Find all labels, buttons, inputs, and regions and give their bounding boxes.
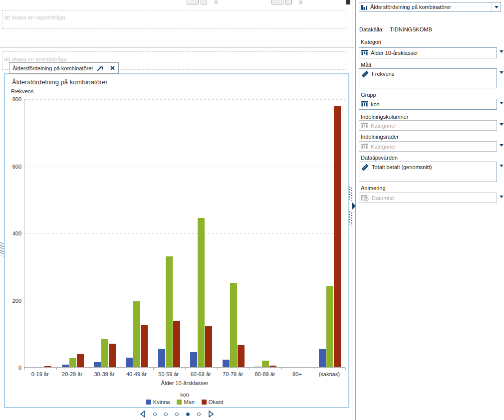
x-tick-label: 50-59 år [153, 371, 185, 377]
field-m-tt-dropbox[interactable]: Frekvens [359, 68, 497, 88]
toolbar-fragment-button[interactable] [285, 0, 292, 4]
prev-page-arrow[interactable] [140, 411, 146, 418]
page-dot-3[interactable] [175, 413, 179, 416]
filter-icon[interactable] [96, 65, 104, 72]
chart-panel: Åldersfördelning på kombinatörer Frekven… [4, 73, 349, 408]
field-indelningsrader-dropbox[interactable]: Kategorier [359, 141, 497, 152]
toolbar-fragment-button[interactable] [187, 0, 199, 4]
field-indelningsrader-chevron-down-icon[interactable] [500, 144, 504, 147]
x-tick [281, 368, 282, 370]
field-datatipsv-rden-chevron-down-icon[interactable] [500, 165, 504, 167]
toolbar-fragment-button[interactable] [346, 0, 350, 4]
field-animering-chevron-down-icon[interactable] [500, 196, 504, 198]
field-indelningsrader-value: Kategorier [371, 143, 396, 150]
chevron-down-icon[interactable] [495, 6, 499, 8]
bar-man[interactable] [326, 286, 333, 367]
toolbar-fragment-button[interactable] [201, 0, 207, 4]
bar-kvinna[interactable] [190, 352, 197, 367]
tab-aldersfordelning[interactable]: Åldersfördelning på kombinatörer [9, 62, 119, 74]
x-tick-label: 30-39 år [88, 371, 120, 377]
legend-label: Man [184, 399, 194, 405]
bar-okant[interactable] [334, 106, 341, 367]
plot-area [24, 99, 345, 368]
x-tick-label: 20-29 år [56, 371, 88, 377]
field-indelningskolumner-value: Kategorier [371, 122, 396, 129]
toolbar-fragment-button[interactable] [271, 0, 283, 4]
category-icon [361, 101, 368, 107]
bar-man[interactable] [166, 256, 173, 367]
next-page-arrow[interactable] [208, 411, 214, 418]
bar-man[interactable] [198, 218, 205, 367]
toolbar-fragment [299, 0, 302, 4]
field-m-tt-chevron-down-icon[interactable] [500, 71, 504, 74]
field-animering-value: Datumtid [372, 195, 394, 201]
bar-man[interactable] [133, 301, 140, 367]
legend-item-man[interactable]: Man [177, 399, 194, 405]
bar-okant[interactable] [109, 344, 116, 367]
bar-kvinna[interactable] [319, 349, 326, 367]
field-grupp-dropbox[interactable]: kon [359, 99, 497, 110]
bar-man[interactable] [101, 339, 108, 367]
x-tick [217, 368, 218, 370]
legend-title: kon [24, 392, 345, 398]
page-dot-2[interactable] [164, 413, 168, 416]
bar-okant[interactable] [44, 366, 51, 367]
page-dot-5[interactable] [197, 413, 201, 416]
y-axis-title: Frekvens [11, 88, 33, 94]
field-datatipsv-rden-dropbox[interactable]: Totalt betalt (genomsnitt) [359, 162, 497, 182]
field-indelningskolumner-dropbox[interactable]: Kategorier [359, 120, 497, 131]
datasource-label: Datakälla: [359, 26, 384, 32]
page-dot-4[interactable] [186, 413, 190, 416]
bar-kvinna[interactable] [158, 349, 165, 367]
bar-okant[interactable] [205, 326, 212, 367]
field-animering-label: Animering [361, 185, 386, 191]
legend-item-okant[interactable]: Okant [202, 399, 223, 405]
category-icon [361, 143, 368, 149]
visualization-selector-label: Åldersfördelning på kombinatörer [370, 4, 489, 10]
bar-okant[interactable] [77, 354, 84, 367]
bar-okant[interactable] [141, 325, 148, 367]
app-window: att skapa en rapportfråga att skapa en a… [0, 0, 504, 420]
bar-kvinna[interactable] [254, 367, 261, 367]
x-tick-label: 80-89 år [249, 371, 281, 377]
measure-icon [361, 70, 369, 78]
x-tick-label: 60-69 år [185, 371, 217, 377]
visualization-selector[interactable]: Åldersfördelning på kombinatörer [359, 2, 501, 12]
field-grupp-value: kon [371, 101, 380, 107]
bar-kvinna[interactable] [94, 362, 101, 367]
page-dot-1[interactable] [153, 413, 157, 416]
gridline [24, 167, 345, 167]
bar-okant[interactable] [173, 321, 180, 367]
bar-man[interactable] [262, 361, 269, 367]
bar-okant[interactable] [238, 345, 245, 367]
field-kategori-dropbox[interactable]: Ålder 10-årsklasser [359, 47, 497, 58]
report-query-dropzone[interactable]: att skapa en rapportfråga [2, 10, 346, 29]
bar-kvinna[interactable] [223, 360, 230, 367]
legend-swatch [177, 400, 182, 405]
left-drag-handle[interactable] [0, 242, 3, 256]
bar-man[interactable] [230, 283, 237, 367]
x-tick-label: (saknas) [313, 371, 345, 377]
bar-kvinna[interactable] [62, 365, 69, 367]
close-icon[interactable] [110, 65, 115, 71]
report-query-placeholder: att skapa en rapportfråga [4, 14, 65, 20]
x-axis-title: Ålder 10-årsklasser [24, 380, 345, 386]
field-indelningskolumner-chevron-down-icon[interactable] [500, 123, 504, 126]
x-tick [153, 368, 154, 370]
splitter-drag-handle[interactable] [349, 187, 352, 201]
bar-man[interactable] [69, 358, 76, 367]
section-query-placeholder: att skapa en avsnittsfråga [4, 56, 66, 62]
bar-okant[interactable] [269, 366, 276, 367]
field-kategori-chevron-down-icon[interactable] [500, 50, 504, 53]
legend: KvinnaManOkant [24, 399, 345, 405]
bar-kvinna[interactable] [126, 358, 133, 367]
panel-splitter [352, 0, 352, 420]
legend-item-kvinna[interactable]: Kvinna [146, 399, 170, 405]
legend-swatch [202, 400, 207, 405]
field-animering-dropbox[interactable]: Datumtid [359, 193, 497, 203]
legend-label: Okant [209, 399, 223, 405]
y-tick-label: 200 [5, 298, 21, 304]
splitter-drag-handle[interactable] [349, 211, 352, 225]
field-grupp-chevron-down-icon[interactable] [500, 102, 504, 104]
selector-separator [492, 2, 492, 11]
